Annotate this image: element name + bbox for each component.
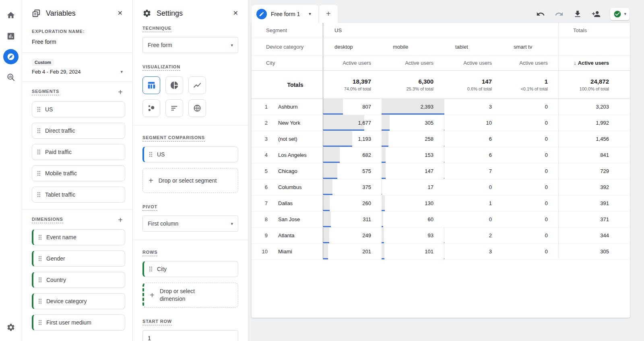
dimension-chip[interactable]: Device category bbox=[32, 293, 125, 309]
metric-cell: 2 bbox=[444, 228, 502, 243]
totals-metric-header[interactable]: ↓ Active users bbox=[559, 55, 630, 70]
drop-segment-text: Drop or select segment bbox=[159, 177, 217, 185]
city-header: City bbox=[252, 55, 323, 70]
cell-bar bbox=[382, 212, 383, 227]
exploration-name-label: EXPLORATION NAME: bbox=[32, 29, 85, 34]
segment-chip[interactable]: US bbox=[32, 101, 125, 117]
metric-cell: 1,193 bbox=[323, 131, 382, 147]
viz-line-button[interactable] bbox=[188, 76, 206, 94]
undo-button[interactable] bbox=[536, 10, 545, 18]
dimension-chip[interactable]: Gender bbox=[32, 251, 125, 267]
add-dimension-icon[interactable]: + bbox=[118, 216, 123, 224]
drag-handle-icon bbox=[38, 234, 42, 240]
add-segment-icon[interactable]: + bbox=[118, 88, 123, 96]
metric-header[interactable]: Active users bbox=[382, 55, 444, 70]
redo-icon bbox=[555, 10, 564, 18]
table-row: 7Dallas26013010391 bbox=[252, 195, 630, 212]
cell-bar bbox=[323, 99, 343, 115]
start-row-input[interactable] bbox=[142, 330, 238, 341]
scatter-chart-icon bbox=[147, 104, 156, 113]
dimension-chip-label: Country bbox=[46, 277, 66, 283]
metric-header[interactable]: Active users bbox=[502, 55, 559, 70]
tab-bar: Free form 1 ▾ + ▾ bbox=[252, 5, 644, 23]
close-icon[interactable]: ✕ bbox=[233, 10, 238, 16]
date-range-selector[interactable]: Custom Feb 4 - Feb 29, 2024 ▾ bbox=[22, 53, 132, 82]
segment-chip[interactable]: Paid traffic bbox=[32, 144, 125, 160]
metric-header[interactable]: Active users bbox=[323, 55, 382, 70]
metric-header[interactable]: Active users bbox=[444, 55, 502, 70]
metric-cell: 807 bbox=[323, 99, 382, 115]
sidebar-item-reports[interactable] bbox=[6, 31, 16, 41]
segments-section-header: SEGMENTS + bbox=[22, 82, 132, 98]
technique-select[interactable]: Free form ▾ bbox=[142, 37, 238, 53]
date-badge: Custom bbox=[32, 59, 54, 66]
sidebar-item-explore[interactable] bbox=[3, 49, 19, 64]
cell-bar bbox=[323, 244, 328, 259]
dimension-chip[interactable]: Event name bbox=[32, 229, 125, 245]
redo-button[interactable] bbox=[555, 10, 564, 18]
segment-comparison-chip[interactable]: US bbox=[142, 146, 238, 162]
download-button[interactable] bbox=[573, 10, 582, 18]
viz-scatter-button[interactable] bbox=[142, 99, 160, 117]
dimension-chip-label: Gender bbox=[46, 255, 65, 262]
segment-chip[interactable]: Tablet traffic bbox=[32, 187, 125, 203]
table-icon bbox=[147, 81, 156, 90]
metric-cell: 130 bbox=[382, 195, 444, 211]
totals-cell: 1<0.1% of total bbox=[502, 71, 559, 99]
sidebar-item-advertising[interactable] bbox=[6, 72, 16, 82]
metric-cell: 10 bbox=[444, 115, 502, 131]
metric-cell: 101 bbox=[382, 244, 444, 259]
date-range-value: Feb 4 - Feb 29, 2024 bbox=[32, 69, 80, 75]
row-total-cell: 391 bbox=[559, 195, 630, 211]
start-row-label: START ROW bbox=[142, 319, 172, 325]
drag-handle-icon bbox=[37, 107, 41, 112]
row-city: Ashburn bbox=[278, 104, 297, 110]
viz-geo-button[interactable] bbox=[188, 99, 206, 117]
settings-title: Settings bbox=[157, 9, 228, 18]
table-body: 1Ashburn8072,393303,2032New York1,677305… bbox=[252, 99, 630, 260]
table-row: 8San Jose3116000371 bbox=[252, 212, 630, 228]
row-city: Atlanta bbox=[278, 232, 294, 238]
chevron-down-icon: ▾ bbox=[624, 12, 626, 16]
row-label: 2New York bbox=[252, 115, 323, 131]
variables-title: Variables bbox=[46, 9, 112, 18]
drag-handle-icon bbox=[37, 170, 41, 176]
add-tab-button[interactable]: + bbox=[319, 5, 338, 23]
sidebar-item-home[interactable] bbox=[6, 10, 16, 20]
dimension-chip-label: Device category bbox=[46, 298, 87, 304]
rows-dimension-chip[interactable]: City bbox=[142, 261, 238, 277]
close-icon[interactable]: ✕ bbox=[118, 10, 123, 16]
viz-table-button[interactable] bbox=[142, 76, 160, 94]
metric-cell: 2,393 bbox=[382, 99, 444, 115]
segment-chip[interactable]: Direct traffic bbox=[32, 123, 125, 139]
pivot-select[interactable]: First column ▾ bbox=[142, 216, 238, 232]
segment-chip[interactable]: Mobile traffic bbox=[32, 165, 125, 181]
viz-bar-button[interactable] bbox=[165, 99, 183, 117]
chevron-down-icon[interactable]: ▾ bbox=[309, 11, 311, 16]
exploration-name-value[interactable]: Free form bbox=[32, 39, 123, 45]
share-button[interactable] bbox=[592, 10, 601, 18]
tab-free-form-1[interactable]: Free form 1 ▾ bbox=[252, 5, 318, 23]
variables-panel: Variables ✕ EXPLORATION NAME: Free form … bbox=[22, 0, 133, 341]
sidebar-item-admin[interactable] bbox=[6, 323, 16, 332]
dimension-chip[interactable]: First user medium bbox=[32, 314, 125, 331]
viz-donut-button[interactable] bbox=[165, 76, 183, 94]
metric-cell: 3 bbox=[444, 99, 502, 115]
advertising-icon bbox=[6, 73, 15, 82]
gear-icon bbox=[142, 9, 151, 18]
row-label: 4Los Angeles bbox=[252, 147, 323, 163]
cell-bar bbox=[323, 147, 340, 163]
drop-segment-zone[interactable]: + Drop or select segment bbox=[142, 168, 238, 193]
drop-dimension-zone[interactable]: + Drop or select dimension bbox=[142, 283, 238, 308]
saved-status-button[interactable]: ▾ bbox=[610, 8, 630, 20]
metric-cell: 6 bbox=[444, 147, 502, 163]
device-category-row: Device category desktop mobile tablet sm… bbox=[252, 38, 630, 55]
metric-cell: 17 bbox=[382, 179, 444, 195]
table-row: 1Ashburn8072,393303,203 bbox=[252, 99, 630, 115]
row-label: 7Dallas bbox=[252, 195, 323, 211]
row-rank: 10 bbox=[252, 249, 268, 255]
device-category-header: Device category bbox=[252, 38, 323, 55]
dimension-chip[interactable]: Country bbox=[32, 272, 125, 288]
row-rank: 6 bbox=[252, 184, 268, 190]
row-city: San Jose bbox=[278, 216, 300, 222]
